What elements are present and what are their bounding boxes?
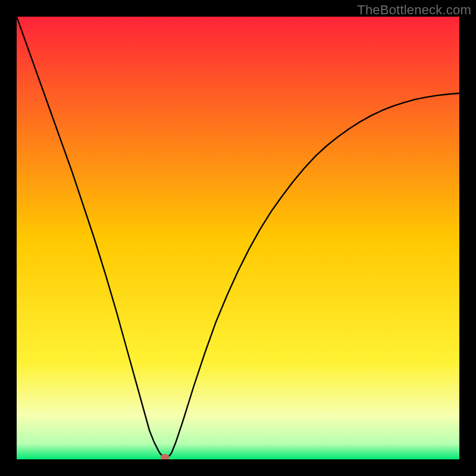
- chart-plot: [17, 17, 459, 459]
- chart-frame: TheBottleneck.com: [0, 0, 476, 476]
- plot-background: [17, 17, 459, 459]
- watermark-text: TheBottleneck.com: [357, 2, 471, 18]
